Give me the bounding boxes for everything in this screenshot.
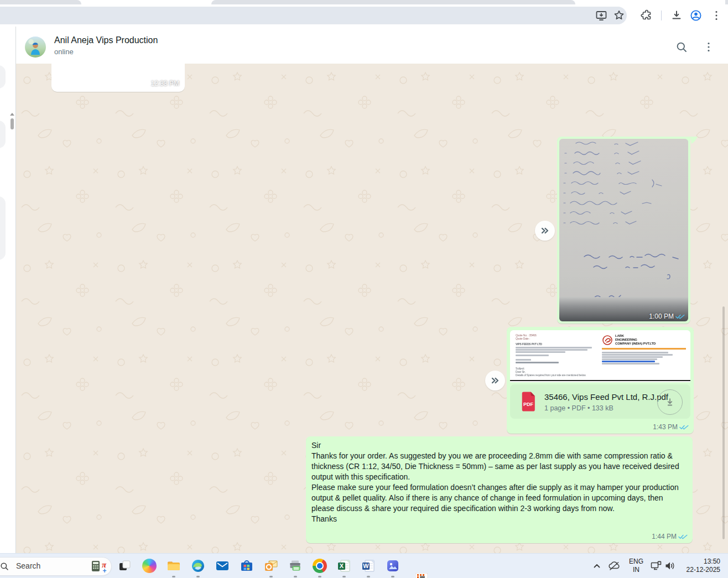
- forward-message-button[interactable]: [535, 221, 555, 241]
- onedrive-paused-icon[interactable]: [607, 559, 621, 572]
- outgoing-document-message[interactable]: Quote No. : 35466 Quote Date : VIPS FEED…: [507, 327, 694, 434]
- preview-customer: VIPS FEEDS PVT LTD: [516, 342, 542, 346]
- svg-text:X: X: [340, 563, 344, 569]
- forward-icon: [489, 374, 501, 387]
- browser-tab[interactable]: [0, 0, 81, 4]
- taskbar-clock[interactable]: 13:50 22-12-2025: [687, 558, 720, 574]
- preview-body-line: Details of Spares required from your sid…: [516, 373, 586, 377]
- outgoing-text-message[interactable]: Sir Thanks for your order. As suggested …: [306, 436, 693, 543]
- bubble-tail: [690, 137, 698, 144]
- taskbar-search[interactable]: Search π +: [0, 557, 112, 576]
- svg-text:+: +: [103, 567, 107, 575]
- preview-company2: ENGINEERING: [615, 338, 637, 341]
- menu-kebab-icon[interactable]: [710, 9, 723, 22]
- message-time: 1:44 PM: [652, 533, 677, 540]
- toolbar-separator: [661, 11, 662, 20]
- chat-list-edge: [0, 27, 16, 553]
- screen: Anil Aneja Vips Production online: [0, 0, 728, 578]
- chat-status: online: [54, 48, 74, 56]
- outlook-classic-icon[interactable]: [264, 559, 278, 573]
- forward-message-button[interactable]: [485, 371, 505, 390]
- chat-scroll-area[interactable]: 12:33 PM: [16, 64, 728, 553]
- avatar[interactable]: [25, 37, 46, 58]
- read-receipt-double-check-icon: [675, 314, 685, 320]
- clock-time: 13:50: [687, 558, 720, 566]
- message-time: 1:00 PM: [649, 313, 674, 320]
- edge-icon[interactable]: [191, 559, 205, 573]
- volume-icon[interactable]: [663, 559, 677, 572]
- browser-toolbar: [0, 4, 728, 27]
- chat-scrollbar[interactable]: [722, 306, 725, 539]
- chat-list-scrollbar[interactable]: [11, 118, 14, 129]
- task-view-icon[interactable]: [118, 559, 132, 573]
- photos-icon[interactable]: [386, 559, 400, 573]
- document-meta: 1 page • PDF • 133 kB: [544, 404, 613, 412]
- download-document-button[interactable]: [657, 389, 683, 415]
- extensions-puzzle-icon[interactable]: [640, 9, 653, 22]
- search-icon[interactable]: [675, 40, 688, 54]
- browser-tab[interactable]: [211, 0, 575, 4]
- document-filename[interactable]: 35466, Vips Feed Pvt Ltd, R.J.pdf: [544, 392, 668, 402]
- language-indicator[interactable]: ENG IN: [627, 558, 646, 574]
- chat-list-item[interactable]: [0, 65, 6, 88]
- address-bar[interactable]: [0, 7, 627, 24]
- chrome-icon[interactable]: [313, 559, 327, 573]
- profile-icon[interactable]: [689, 9, 703, 22]
- outgoing-image-message[interactable]: 1:00 PM: [557, 137, 690, 324]
- whatsapp-window: Anil Aneja Vips Production online: [0, 27, 728, 553]
- chat-header: Anil Aneja Vips Production online: [16, 27, 728, 64]
- downloads-icon[interactable]: [670, 9, 683, 22]
- read-receipt-double-check-icon: [678, 534, 688, 540]
- document-row[interactable]: PDF 35466, Vips Feed Pvt Ltd, R.J.pdf 1 …: [510, 384, 690, 419]
- search-label: Search: [16, 561, 40, 570]
- language-line2: IN: [627, 566, 646, 574]
- network-icon[interactable]: [649, 559, 663, 572]
- scrollbar-up-arrow[interactable]: [10, 113, 14, 116]
- handwritten-note-image[interactable]: [559, 139, 688, 321]
- lark-logo: [602, 335, 613, 346]
- install-pwa-icon[interactable]: [595, 9, 608, 22]
- read-receipt-double-check-icon: [679, 424, 689, 430]
- conversation-panel: Anil Aneja Vips Production online: [16, 27, 728, 553]
- chat-list-item[interactable]: [0, 196, 6, 260]
- message-time: 1:43 PM: [653, 423, 678, 431]
- calculator-pi-icon[interactable]: π +: [90, 558, 107, 575]
- download-arrow-icon: [664, 396, 676, 408]
- svg-text:W: W: [363, 563, 369, 569]
- preview-quote-date: Quote Date :: [516, 337, 530, 340]
- excel-icon[interactable]: X: [337, 559, 351, 573]
- bookmark-star-icon[interactable]: [612, 9, 626, 22]
- partial-app-icon: [415, 573, 428, 578]
- microsoft-store-icon[interactable]: [240, 559, 254, 573]
- search-icon: [0, 561, 9, 571]
- message-text: Sir Thanks for your order. As suggested …: [311, 440, 687, 524]
- outlook-new-icon[interactable]: [215, 559, 230, 573]
- language-line1: ENG: [627, 558, 646, 566]
- message-time: 12:33 PM: [151, 80, 179, 87]
- preview-company1: LARK: [615, 334, 624, 337]
- chat-title[interactable]: Anil Aneja Vips Production: [54, 35, 158, 45]
- file-explorer-icon[interactable]: [167, 559, 181, 573]
- browser-tab-strip: [0, 0, 728, 4]
- chat-list-item[interactable]: [0, 121, 6, 148]
- clock-date: 22-12-2025: [687, 566, 720, 574]
- incoming-image-message[interactable]: 12:33 PM: [51, 64, 185, 92]
- pdf-file-icon: PDF: [520, 392, 537, 412]
- word-icon[interactable]: W: [361, 559, 376, 573]
- windows-taskbar: Search π +: [0, 553, 728, 578]
- svg-text:PDF: PDF: [523, 402, 534, 407]
- preview-company3: COMPANY (INDIA) PVT.LTD: [615, 342, 656, 345]
- printer-icon[interactable]: [288, 559, 303, 573]
- pdf-preview[interactable]: Quote No. : 35466 Quote Date : VIPS FEED…: [510, 330, 690, 382]
- forward-icon: [539, 225, 551, 237]
- chevron-up-icon[interactable]: [590, 559, 604, 572]
- copilot-icon[interactable]: [142, 559, 157, 573]
- menu-kebab-icon[interactable]: [702, 40, 715, 54]
- browser-tab[interactable]: [725, 0, 728, 4]
